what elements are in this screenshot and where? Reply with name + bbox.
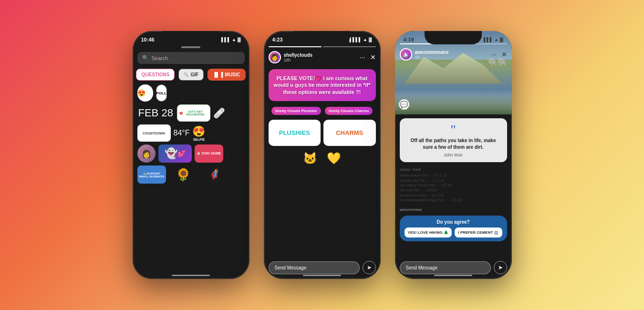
more-icon[interactable]: ··· bbox=[360, 53, 365, 61]
sticker-panel: 🔍 Search QUESTIONS 🔍 GIF ▐▌▐ MUSIC bbox=[133, 52, 249, 184]
status-bar-3: 4:19 ▌▌▌ ▲ ▓ bbox=[395, 31, 512, 44]
bandage-sticker[interactable]: 🩹 bbox=[213, 104, 225, 122]
username-bottom-3: awesomemans bbox=[395, 204, 512, 213]
avatar-3: 🏔️ bbox=[400, 48, 412, 61]
battery-icon: ▓ bbox=[238, 37, 241, 42]
more-icon-3[interactable]: ··· bbox=[491, 51, 497, 58]
story-user-3: 🏔️ awesomemans 1h bbox=[400, 48, 449, 61]
trees-overlay bbox=[395, 95, 512, 114]
story-actions-2[interactable]: ··· ✕ bbox=[360, 53, 376, 61]
quote-avatar: 💬 bbox=[399, 99, 409, 110]
stay-home-sticker[interactable]: 🏠 STAY HOME bbox=[195, 145, 223, 163]
story-header-2: 👩 shellyclouds 18h ··· ✕ bbox=[264, 47, 381, 65]
wifi-icon-2: ▲ bbox=[363, 37, 367, 42]
trail-4: Ask Over Trail →→ ⓒⓘⓐ bbox=[400, 188, 507, 193]
close-icon-3[interactable]: ✕ bbox=[501, 51, 507, 58]
username-2: shellyclouds bbox=[284, 52, 313, 58]
username-3: awesomemans bbox=[415, 50, 449, 55]
close-icon[interactable]: ✕ bbox=[370, 53, 376, 61]
poll-options: PLUSHIES CHARMS bbox=[264, 117, 381, 149]
hiking-poll-box: Do you agree? YES! LOVE HIKING 🌲 I PREFE… bbox=[400, 216, 507, 241]
poll-box-option-2[interactable]: I PREFER CEMENT 🏢 bbox=[455, 227, 502, 238]
poll-decoration: 🐱 💛 bbox=[264, 149, 381, 168]
phone-1-screen: 10:46 ▌▌▌ ▲ ▓ 🔍 Search QUESTIONS 🔍 bbox=[133, 31, 249, 279]
battery-icon-2: ▓ bbox=[369, 37, 372, 42]
slider-sticker[interactable]: 😍 bbox=[137, 84, 153, 102]
username-watermark: awesomemans bbox=[395, 207, 427, 212]
progress-bar-2 bbox=[323, 46, 376, 47]
poll-option-charms[interactable]: CHARMS bbox=[323, 120, 376, 146]
countdown-sticker[interactable]: COUNTDOWN bbox=[137, 124, 171, 142]
photo-sticker[interactable]: 👩 bbox=[137, 145, 156, 163]
ghost-sticker[interactable]: 👻💕 bbox=[158, 145, 192, 163]
gif-sticker[interactable]: 🔍 GIF bbox=[178, 69, 204, 81]
phone-3-screen: 🐘🐘 🧍 4:19 ▌▌▌ ▲ ▓ bbox=[395, 31, 512, 279]
status-icons-2: ▌▌▌▌ ▲ ▓ bbox=[350, 37, 372, 42]
send-message-input-3[interactable]: Send Message bbox=[400, 261, 491, 274]
avatar-2: 👩 bbox=[269, 51, 281, 63]
home-indicator-2 bbox=[303, 275, 341, 276]
home-indicator-1 bbox=[172, 275, 210, 276]
trail-header: Glacier / Banff bbox=[400, 167, 507, 172]
send-message-input-2[interactable]: Send Message bbox=[269, 261, 360, 274]
business-sticker[interactable]: 🛍️ SUPPORT SMALL BUSINESS bbox=[137, 165, 166, 184]
phones-container: 10:46 ▌▌▌ ▲ ▓ 🔍 Search QUESTIONS 🔍 bbox=[133, 31, 512, 279]
trail-list: Glacier / Banff Stanley Glacier Trail →→… bbox=[395, 166, 512, 204]
poll-box-question: Do you agree? bbox=[405, 219, 502, 225]
poll-question: PLEASE VOTE!💗 i am curious what would u … bbox=[269, 69, 376, 101]
quote-box: " Off all the paths you take in life, ma… bbox=[400, 118, 507, 162]
heart-icon: ❤️ bbox=[179, 112, 183, 115]
signal-icon: ▌▌▌ bbox=[221, 37, 230, 42]
battery-icon-3: ▓ bbox=[500, 37, 503, 42]
person-silhouette: 🧍 bbox=[487, 64, 493, 70]
questions-sticker[interactable]: QUESTIONS bbox=[136, 69, 175, 81]
poll-sticker[interactable]: POLL bbox=[156, 84, 167, 102]
send-button-2[interactable]: ➤ bbox=[363, 261, 376, 274]
story-user-2: 👩 shellyclouds 18h bbox=[269, 51, 313, 63]
time-2: 4:23 bbox=[272, 37, 283, 42]
phone-2-screen: 4:23 ▌▌▌▌ ▲ ▓ 👩 shellyclouds bbox=[264, 31, 381, 279]
temp-sticker[interactable]: 84°F bbox=[174, 124, 190, 142]
user-info-3: awesomemans 1h bbox=[415, 50, 449, 60]
sticker-row-2: 😍 POLL bbox=[137, 84, 245, 102]
poll-option-plushies[interactable]: PLUSHIES bbox=[269, 120, 321, 146]
signal-icon-2: ▌▌▌▌ bbox=[350, 37, 362, 42]
user-info-2: shellyclouds 18h bbox=[284, 52, 313, 62]
hero-sticker[interactable]: 🦸 bbox=[200, 165, 229, 184]
quote-mark: " bbox=[405, 123, 501, 136]
search-bar[interactable]: 🔍 Search bbox=[137, 52, 245, 64]
poll-label-2: Shelly Clouds Charms bbox=[325, 107, 373, 115]
hiking-image: 🐘🐘 🧍 4:19 ▌▌▌ ▲ ▓ bbox=[395, 31, 512, 114]
send-button-3[interactable]: ➤ bbox=[494, 261, 507, 274]
sun-sticker[interactable]: 🌻 bbox=[169, 165, 197, 184]
send-message-bar-3: Send Message ➤ bbox=[400, 261, 507, 274]
time-1: 10:46 bbox=[141, 37, 155, 42]
quote-author: John Muir bbox=[405, 153, 501, 157]
cat-emoji: 🐱 bbox=[303, 152, 317, 165]
trail-1: Stanley Glacier Trail →→ ⓒ ⓘ ⓐ bbox=[400, 173, 507, 178]
trail-2: Sunwall Lake Trail →→ ⓒ ⓘ ⓐ bbox=[400, 178, 507, 183]
sticker-row-5: 👩 👻💕 🏠 STAY HOME bbox=[137, 145, 245, 163]
status-bar-1: 10:46 ▌▌▌ ▲ ▓ bbox=[133, 31, 249, 44]
phone-3: 🐘🐘 🧍 4:19 ▌▌▌ ▲ ▓ bbox=[395, 31, 512, 279]
status-icons-3: ▌▌▌ ▲ ▓ bbox=[484, 37, 503, 42]
home-indicator-3 bbox=[434, 275, 472, 276]
vaccine-sticker[interactable]: ❤️ LET'S GET VACCINATED bbox=[177, 104, 210, 122]
date-sticker[interactable]: FEB 28 bbox=[137, 105, 174, 121]
music-sticker[interactable]: ▐▌▐ MUSIC bbox=[208, 69, 246, 81]
quote-text: Off all the paths you take in life, make… bbox=[405, 137, 501, 151]
story-time-3: 1h bbox=[415, 55, 449, 60]
sticker-row-3: FEB 28 ❤️ LET'S GET VACCINATED 🩹 bbox=[137, 104, 245, 122]
search-icon: 🔍 bbox=[142, 55, 149, 61]
sticker-row-4: COUNTDOWN 84°F 😍 SELFIE bbox=[137, 124, 245, 142]
music-bars-icon: ▐▌▐ bbox=[213, 72, 223, 77]
wifi-icon: ▲ bbox=[232, 37, 236, 42]
send-message-bar-2: Send Message ➤ bbox=[269, 261, 376, 274]
status-icons-1: ▌▌▌ ▲ ▓ bbox=[221, 37, 241, 42]
story-actions-3[interactable]: ··· ✕ bbox=[491, 51, 507, 58]
trail-6: Lee Metcalf Wildlife Refuge Trail →→ ⓒⓘⓐ bbox=[400, 198, 507, 203]
selfie-sticker[interactable]: 😍 SELFIE bbox=[192, 124, 205, 142]
wifi-icon-3: ▲ bbox=[494, 37, 499, 42]
trail-5: Enchantment Lakes → ⓒ ⓘ ⓐ bbox=[400, 193, 507, 198]
poll-box-option-1[interactable]: YES! LOVE HIKING 🌲 bbox=[405, 227, 452, 238]
